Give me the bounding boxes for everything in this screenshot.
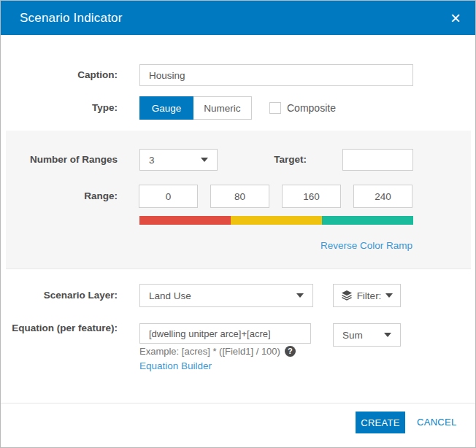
range-label: Range: xyxy=(6,185,129,208)
composite-label: Composite xyxy=(287,96,336,120)
number-of-ranges-label: Number of Ranges xyxy=(6,149,129,171)
type-numeric-button[interactable]: Numeric xyxy=(193,96,252,120)
filter-label: Filter: xyxy=(357,290,382,301)
chevron-down-icon xyxy=(296,293,304,298)
equation-label: Equation (per feature): xyxy=(1,322,129,334)
scenario-layer-dropdown[interactable]: Land Use xyxy=(139,284,313,307)
equation-builder-link[interactable]: Equation Builder xyxy=(139,360,212,371)
composite-checkbox[interactable] xyxy=(269,102,281,114)
caption-input[interactable] xyxy=(139,64,413,86)
ranges-panel: Number of Ranges 3 Target: Range: Revers… xyxy=(6,131,471,269)
color-ramp-segment-low xyxy=(139,216,231,225)
create-button[interactable]: CREATE xyxy=(356,412,405,433)
close-icon[interactable]: × xyxy=(450,9,461,27)
scenario-layer-label: Scenario Layer: xyxy=(1,284,129,307)
color-ramp-segment-high xyxy=(322,216,413,225)
filter-button[interactable]: Filter: xyxy=(333,284,401,307)
target-input[interactable] xyxy=(342,149,413,171)
footer-divider xyxy=(1,403,475,403)
equation-input[interactable] xyxy=(139,323,311,344)
cancel-button[interactable]: CANCEL xyxy=(417,412,457,433)
equation-example: Example: [acres] * ([Field1] / 100) ? xyxy=(139,346,296,357)
range-input-2[interactable] xyxy=(210,185,269,208)
number-of-ranges-dropdown[interactable]: 3 xyxy=(139,149,218,171)
chevron-down-icon xyxy=(201,158,208,162)
range-input-1[interactable] xyxy=(139,185,198,208)
reverse-color-ramp-link[interactable]: Reverse Color Ramp xyxy=(320,240,412,251)
scenario-indicator-dialog: Scenario Indicator × Caption: Type: Gaug… xyxy=(0,0,476,448)
equation-example-text: Example: [acres] * ([Field1] / 100) xyxy=(139,346,280,357)
aggregation-value: Sum xyxy=(342,330,384,341)
layers-icon xyxy=(341,290,353,301)
help-icon[interactable]: ? xyxy=(285,346,296,357)
dialog-header: Scenario Indicator × xyxy=(1,1,475,35)
chevron-down-icon xyxy=(384,333,391,337)
aggregation-dropdown[interactable]: Sum xyxy=(333,323,401,347)
target-label: Target: xyxy=(261,149,318,171)
type-gauge-button[interactable]: Gauge xyxy=(139,96,193,120)
caption-label: Caption: xyxy=(1,64,129,86)
range-input-4[interactable] xyxy=(353,185,412,208)
number-of-ranges-value: 3 xyxy=(149,155,201,166)
chevron-down-icon xyxy=(385,293,393,298)
type-label: Type: xyxy=(1,96,129,120)
range-input-3[interactable] xyxy=(282,185,341,208)
scenario-layer-value: Land Use xyxy=(149,290,296,301)
color-ramp xyxy=(139,216,413,225)
dialog-title: Scenario Indicator xyxy=(20,11,123,26)
color-ramp-segment-mid xyxy=(231,216,322,225)
